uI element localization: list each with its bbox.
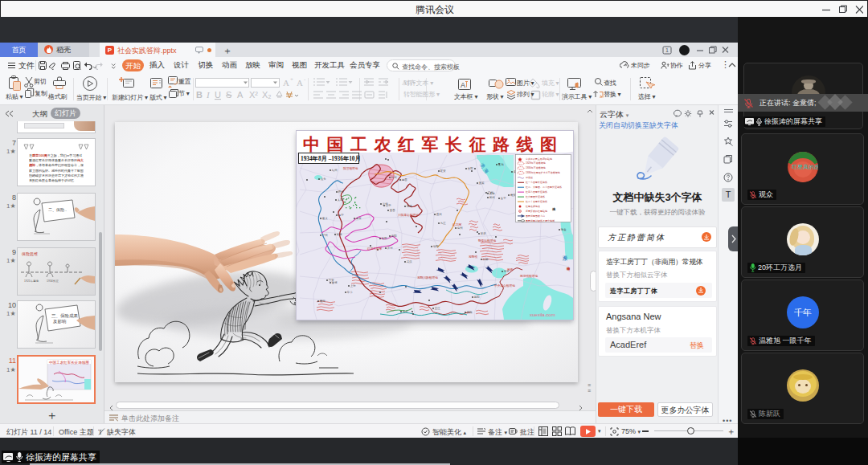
svg-text:红军会师地点: 红军会师地点 <box>525 205 540 208</box>
svg-text:昆明: 昆明 <box>407 204 412 208</box>
svg-text:贵阳: 贵阳 <box>468 167 473 170</box>
svg-text:宜宾: 宜宾 <box>479 182 485 185</box>
svg-text:洛阳: 洛阳 <box>382 237 387 240</box>
svg-text:毕节: 毕节 <box>347 291 353 294</box>
svg-text:1930年革命根据地: 1930年革命根据地 <box>526 166 546 169</box>
svg-text:陕甘根据地: 陕甘根据地 <box>343 166 358 170</box>
svg-text:郑州: 郑州 <box>489 196 495 199</box>
svg-text:宜昌: 宜昌 <box>390 209 395 212</box>
svg-text:桂林: 桂林 <box>482 258 489 261</box>
svg-text:雅安: 雅安 <box>510 194 516 197</box>
svg-text:太原: 太原 <box>338 198 343 202</box>
svg-text:A: A <box>297 78 303 88</box>
svg-text:红四方面军: 红四方面军 <box>367 247 383 251</box>
svg-text:信阳: 信阳 <box>433 245 439 248</box>
svg-text:游击区: 游击区 <box>526 176 533 179</box>
svg-text:南京: 南京 <box>356 217 362 220</box>
svg-text:1934长征: 1934长征 <box>47 279 59 283</box>
svg-text:汕头: 汕头 <box>321 177 326 181</box>
svg-text:国民党军封锁线及堡垒地域: 国民党军封锁线及堡垒地域 <box>526 219 555 222</box>
svg-text:台湾防建: 台湾防建 <box>566 267 570 271</box>
svg-text:红二十五军长征路线: 红二十五军长征路线 <box>525 200 547 203</box>
svg-text:九江: 九江 <box>440 222 446 225</box>
svg-text:1921年建党: 1921年建党 <box>24 279 39 283</box>
svg-text:国民党军围攻方向: 国民党军围攻方向 <box>526 214 545 218</box>
svg-text:红四方面军长征路线: 红四方面军长征路线 <box>525 190 547 194</box>
svg-text:会宁: 会宁 <box>501 197 506 200</box>
svg-text:-: - <box>304 76 306 83</box>
svg-text:湘鄂赣: 湘鄂赣 <box>469 255 477 259</box>
svg-text:xuexila.com: xuexila.com <box>530 312 555 317</box>
svg-text:南昌: 南昌 <box>402 178 407 182</box>
svg-text:南宁: 南宁 <box>338 214 344 217</box>
svg-text:中共工农民主政府的驻地: 中共工农民主政府的驻地 <box>526 157 552 161</box>
svg-text:X²: X² <box>249 90 258 100</box>
svg-text:福州: 福州 <box>332 169 338 172</box>
svg-text:保险思维: 保险思维 <box>21 251 38 256</box>
svg-text:A: A <box>461 81 465 89</box>
svg-text:红一方面军长征路线: 红一方面军长征路线 <box>525 181 547 184</box>
svg-text:B: B <box>196 90 203 100</box>
svg-text:及影响: 及影响 <box>52 319 67 324</box>
svg-text:襄阳: 襄阳 <box>474 296 480 299</box>
svg-text:X₂: X₂ <box>262 90 272 100</box>
svg-text:泸州: 泸州 <box>322 234 328 237</box>
svg-text:A: A <box>237 90 244 100</box>
svg-text:S: S <box>226 90 231 100</box>
svg-text:赣州: 赣州 <box>320 300 326 303</box>
svg-text:U: U <box>215 90 221 100</box>
svg-text:红25军: 红25军 <box>452 223 462 226</box>
svg-text:曲靖: 曲靖 <box>332 281 338 284</box>
svg-text:将要反攻的红军驻地: 将要反攻的红军驻地 <box>525 210 547 213</box>
svg-text:温州: 温州 <box>436 212 442 216</box>
svg-text:开封: 开封 <box>387 247 393 250</box>
svg-text:安顺: 安顺 <box>467 311 473 314</box>
svg-text:吴起: 吴起 <box>489 192 495 195</box>
svg-text:红二、六军团、二方面军长征路线: 红二、六军团、二方面军长征路线 <box>525 186 562 189</box>
svg-text:三、保险成果: 三、保险成果 <box>51 313 79 318</box>
svg-text:兰州: 兰州 <box>383 202 388 206</box>
svg-text:1: 1 <box>665 47 669 53</box>
svg-text:川陕革命根据地: 川陕革命根据地 <box>398 213 419 217</box>
svg-text:闽浙赣根据地: 闽浙赣根据地 <box>520 274 538 278</box>
svg-text:红六军团长征路线: 红六军团长征路线 <box>525 195 545 198</box>
svg-text:1934年8月 –1936年10月: 1934年8月 –1936年10月 <box>301 155 361 162</box>
svg-text:天水: 天水 <box>403 310 408 313</box>
svg-text:中央革命根据地: 中央革命根据地 <box>494 283 515 288</box>
svg-text:中国工农红军长征路线图: 中国工农红军长征路线图 <box>49 360 89 365</box>
svg-text:A: A <box>283 78 289 88</box>
svg-text:韶关: 韶关 <box>337 233 342 236</box>
svg-text:闽西: 闽西 <box>507 267 514 271</box>
svg-text:杭州: 杭州 <box>391 176 397 179</box>
svg-text:瑞金: 瑞金 <box>561 228 567 231</box>
svg-text:徐州: 徐州 <box>457 226 463 230</box>
svg-text:梧州: 梧州 <box>338 190 344 194</box>
svg-text:湘鄂川黔根据地: 湘鄂川黔根据地 <box>417 275 438 279</box>
svg-text:鄂豫皖根据地: 鄂豫皖根据地 <box>478 239 496 243</box>
svg-text:芷江: 芷江 <box>435 307 440 310</box>
svg-text:遵义: 遵义 <box>322 217 328 220</box>
svg-text:1929年革命根据地: 1929年革命根据地 <box>526 161 546 165</box>
svg-text:+: + <box>290 76 293 83</box>
svg-text:1936年红军经扩大之革命根据地: 1936年红军经扩大之革命根据地 <box>526 171 560 174</box>
svg-text:I: I <box>206 90 211 100</box>
svg-text:二、保险..: 二、保险.. <box>48 207 67 212</box>
svg-text:武汉: 武汉 <box>407 260 412 263</box>
svg-text:衡阳: 衡阳 <box>391 235 397 238</box>
svg-text:延安: 延安 <box>440 169 446 173</box>
svg-text:上海: 上海 <box>350 284 356 288</box>
svg-text:安庆: 安庆 <box>481 232 486 235</box>
